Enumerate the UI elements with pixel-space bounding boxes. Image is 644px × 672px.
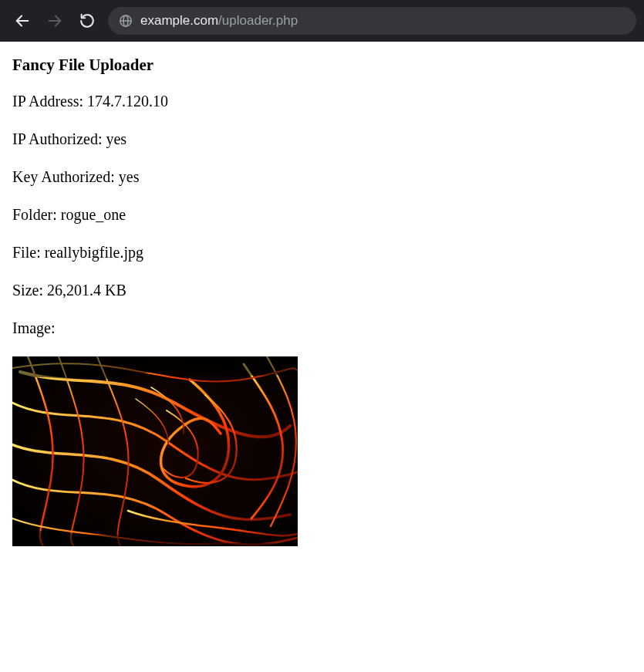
label-size: Size: [12, 282, 47, 299]
row-image: Image: [12, 319, 632, 338]
row-file: Filereallybigfile.jpg: [12, 243, 632, 262]
arrow-right-icon: [46, 12, 63, 29]
page-body: Fancy File Uploader IP Address174.7.120.…: [0, 42, 644, 559]
forward-button[interactable]: [43, 9, 66, 32]
back-button[interactable]: [11, 9, 34, 32]
label-ip-address: IP Address: [12, 93, 87, 110]
label-key-authorized: Key Authorized: [12, 168, 119, 185]
label-folder: Folder: [12, 206, 61, 223]
value-size: 26,201.4 KB: [47, 282, 126, 299]
url-text: example.com/uploader.php: [140, 7, 298, 35]
label-image: Image: [12, 319, 56, 336]
label-ip-authorized: IP Authorized: [12, 130, 106, 147]
row-key-authorized: Key Authorizedyes: [12, 167, 632, 187]
globe-icon: [119, 14, 133, 28]
reload-icon: [79, 12, 96, 29]
uploaded-image-preview: [12, 356, 298, 546]
row-size: Size26,201.4 KB: [12, 281, 632, 300]
reload-button[interactable]: [76, 9, 99, 32]
value-ip-authorized: yes: [106, 130, 126, 147]
value-ip-address: 174.7.120.10: [87, 93, 168, 110]
row-ip-address: IP Address174.7.120.10: [12, 92, 632, 111]
page-title: Fancy File Uploader: [12, 56, 632, 75]
row-ip-authorized: IP Authorizedyes: [12, 130, 632, 149]
value-file: reallybigfile.jpg: [45, 244, 143, 261]
address-bar[interactable]: example.com/uploader.php: [108, 7, 636, 35]
value-folder: rogue_one: [61, 206, 126, 223]
url-path: /uploader.php: [218, 13, 298, 28]
url-host: example.com: [140, 13, 218, 28]
arrow-left-icon: [14, 12, 31, 29]
label-file: File: [12, 244, 45, 261]
browser-toolbar: example.com/uploader.php: [0, 0, 644, 42]
row-folder: Folderrogue_one: [12, 205, 632, 225]
value-key-authorized: yes: [119, 168, 140, 185]
